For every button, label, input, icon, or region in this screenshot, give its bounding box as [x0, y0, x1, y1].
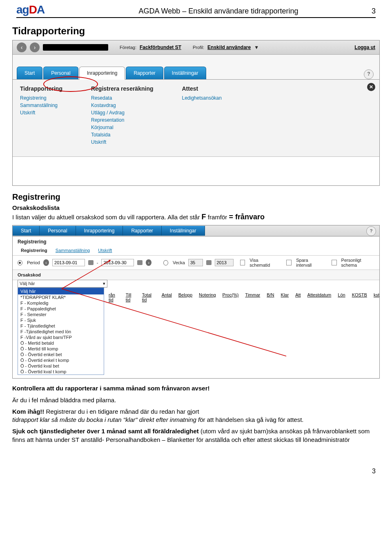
tab-installningar[interactable]: Inställningar — [164, 67, 206, 79]
dd-item[interactable]: *TIDRAPPORT KLAR* — [18, 294, 104, 300]
redacted-name — [43, 44, 108, 51]
calendar-icon-3[interactable] — [206, 260, 212, 265]
dd-item[interactable]: Ö - Övertid enkel t komp — [18, 357, 104, 363]
menu-representation[interactable]: Representation — [91, 116, 154, 124]
menu-korjournal[interactable]: Körjournal — [91, 124, 154, 131]
tab-inrapportering[interactable]: Inrapportering — [79, 67, 125, 80]
logout-link[interactable]: Logga ut — [354, 45, 375, 50]
para-bladdra: Är du i fel månad bläddra med pilarna. — [12, 396, 380, 404]
tab-start[interactable]: Start — [17, 67, 42, 79]
tab2-rapporter[interactable]: Rapporter — [123, 226, 161, 236]
subtab-utskrift[interactable]: Utskrift — [98, 248, 112, 253]
menu-totalsida[interactable]: Totalsida — [91, 131, 154, 138]
para-sjuk: Sjuk och tjänstledigheter över 1 månad s… — [12, 427, 380, 444]
radio-period[interactable] — [18, 260, 22, 265]
help-icon[interactable]: ? — [364, 69, 374, 79]
vecka-input[interactable] — [188, 259, 203, 266]
orsakskod-select[interactable]: Välj här▾ — [18, 280, 107, 288]
calendar-icon[interactable] — [88, 260, 94, 265]
company-label: Företag: — [120, 45, 136, 50]
tab2-start[interactable]: Start — [13, 226, 40, 236]
dd-item[interactable]: F - Tjänstledighet — [18, 323, 104, 329]
help-icon-2[interactable]: ? — [366, 226, 376, 236]
radio-vecka[interactable] — [163, 260, 168, 265]
company-link[interactable]: Fackförbundet ST — [140, 45, 181, 50]
date-from-input[interactable] — [52, 259, 85, 266]
period-label: Period — [27, 260, 40, 265]
dash: - — [97, 260, 98, 265]
subtab-registrering[interactable]: Registrering — [21, 248, 47, 253]
chk-spara[interactable] — [286, 260, 292, 265]
menu-heading-tidrapportering: Tidrapportering — [20, 85, 62, 92]
dd-item[interactable]: F - Sjuk — [18, 317, 104, 323]
tab2-installningar[interactable]: Inställningar — [162, 226, 205, 236]
dd-item[interactable]: Ö - Övertid kval t komp — [18, 369, 104, 374]
dd-item[interactable]: Ö - Mertid betald — [18, 340, 104, 346]
breadcrumb: Registrering — [13, 236, 379, 247]
page-footer-num: 3 — [0, 468, 376, 475]
period-prev-icon[interactable]: ‹ — [43, 259, 49, 266]
dd-item[interactable]: Ö - Övertid kval bet — [18, 363, 104, 369]
para-intro: I listan väljer du aktuell orsakskod som… — [12, 212, 380, 222]
tab-rapporter[interactable]: Rapporter — [126, 67, 163, 79]
menu-heading-reserakning: Registrera reseräkning — [91, 85, 154, 92]
chk-schematid[interactable] — [240, 260, 245, 265]
tab2-personal[interactable]: Personal — [40, 226, 76, 236]
tab-personal[interactable]: Personal — [43, 67, 78, 79]
screenshot-navigation: ‹ › Företag: Fackförbundet ST Profil: En… — [12, 40, 380, 186]
screenshot-registrering: Start Personal Inrapportering Rapporter … — [12, 225, 380, 379]
menu-utskrift[interactable]: Utskrift — [20, 109, 62, 116]
subtab-sammanstallning[interactable]: Sammanställning — [56, 248, 90, 253]
doc-header-title: AGDA Webb – Enskild användare tidrapport… — [65, 7, 372, 16]
doc-header-pagenum: 3 — [372, 7, 376, 16]
para-kontrollera: Kontrollera att du rapporterar i samma m… — [12, 384, 380, 392]
orsakskod-label: Orsakskod — [13, 270, 379, 280]
close-icon[interactable]: ✕ — [367, 83, 375, 91]
heading-orsakskodslista: Orsakskodslista — [12, 204, 380, 211]
date-to-input[interactable] — [101, 259, 134, 266]
menu-registrering[interactable]: Registrering — [20, 94, 62, 102]
nav-forward-icon[interactable]: › — [30, 42, 40, 52]
heading-tidrapportering: Tidrapportering — [12, 25, 380, 37]
chevron-down-icon[interactable]: ▼ — [254, 45, 259, 50]
profile-label: Profil: — [193, 45, 204, 50]
vecka-label: Vecka — [173, 260, 185, 265]
menu-utlagg[interactable]: Utlägg / Avdrag — [91, 109, 154, 116]
lbl-schematid: Visa schematid — [249, 258, 277, 268]
orsakskod-dropdown[interactable]: Välj här *TIDRAPPORT KLAR* F - Kompledig… — [18, 288, 104, 375]
year-input[interactable] — [215, 259, 234, 266]
menu-ledighetsansokan[interactable]: Ledighetsansökan — [182, 94, 222, 102]
period-next-icon[interactable]: › — [146, 259, 151, 266]
menu-sammanstallning[interactable]: Sammanställning — [20, 102, 62, 109]
dd-item[interactable]: F -Tjänstledighet med lön — [18, 329, 104, 334]
dd-item[interactable]: F - Kompledig — [18, 300, 104, 306]
menu-kostavdrag[interactable]: Kostavdrag — [91, 102, 154, 109]
tab2-inrapportering[interactable]: Inrapportering — [76, 226, 123, 236]
lbl-personligt: Personligt schema — [341, 258, 374, 268]
nav-back-icon[interactable]: ‹ — [17, 42, 27, 52]
table-header: rån tidTill tidTotal tid AntalBeloppNote… — [109, 292, 379, 302]
para-komihag: Kom ihåg!! Registrerar du i en tidigare … — [12, 408, 380, 424]
menu-heading-attest: Attest — [182, 85, 222, 92]
lbl-spara: Spara intervall — [296, 258, 322, 268]
dd-valj[interactable]: Välj här — [18, 288, 104, 294]
dd-item[interactable]: Ö - Övertid enkel bet — [18, 352, 104, 357]
menu-utskrift2[interactable]: Utskrift — [91, 138, 154, 146]
dd-item[interactable]: F - Pappaledighet — [18, 306, 104, 312]
chk-personligt[interactable] — [332, 260, 337, 265]
dd-item[interactable]: F - Semester — [18, 312, 104, 317]
dd-item[interactable]: Ö - Mertid till komp — [18, 346, 104, 352]
dd-item[interactable]: F -Vård av sjukt barn/TFP — [18, 334, 104, 340]
logo: agDA — [16, 3, 65, 16]
chevron-down-icon: ▾ — [103, 281, 105, 286]
menu-resedata[interactable]: Resedata — [91, 94, 154, 102]
profile-link[interactable]: Enskild användare — [207, 45, 251, 50]
calendar-icon-2[interactable] — [137, 260, 143, 265]
heading-registrering: Registrering — [12, 192, 380, 202]
